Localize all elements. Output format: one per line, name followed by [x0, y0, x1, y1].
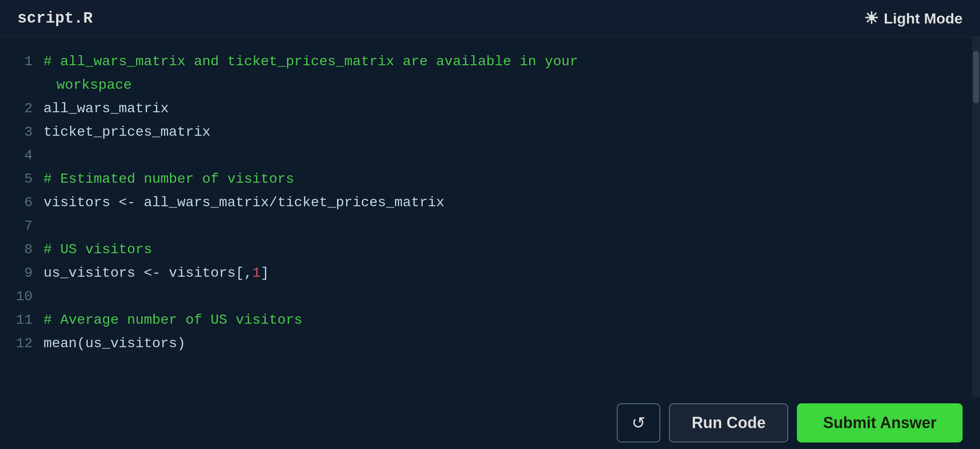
- code-content[interactable]: # all_wars_matrix and ticket_prices_matr…: [43, 37, 980, 397]
- reset-button[interactable]: ↺: [617, 403, 660, 442]
- code-number-9: 1: [252, 261, 261, 285]
- code-line-7: [43, 214, 980, 238]
- code-line-3: ticket_prices_matrix: [43, 121, 980, 144]
- code-line-9: us_visitors <- visitors[,1]: [43, 261, 980, 285]
- line-number-6: 6: [24, 191, 33, 214]
- code-comment-8: # US visitors: [43, 238, 152, 261]
- code-line-6: visitors <- all_wars_matrix/ticket_price…: [43, 191, 980, 214]
- run-code-button[interactable]: Run Code: [669, 403, 788, 442]
- code-text-9b: ]: [261, 261, 269, 285]
- line-number-1: 1: [24, 50, 33, 74]
- code-comment-1: # all_wars_matrix and ticket_prices_matr…: [43, 50, 578, 74]
- line-number-12: 12: [16, 332, 33, 355]
- line-number-11: 11: [16, 308, 33, 332]
- line-number-8: 8: [24, 238, 33, 261]
- code-line-5: # Estimated number of visitors: [43, 168, 980, 191]
- sun-icon: ☀: [864, 9, 879, 28]
- scrollbar[interactable]: [972, 37, 980, 397]
- editor-container: script.R ☀ Light Mode 1 1 2 3 4 5 6 7 8 …: [0, 0, 980, 449]
- bottom-bar: ↺ Run Code Submit Answer: [0, 397, 980, 449]
- line-number-10: 10: [16, 285, 33, 308]
- code-text-6: visitors <- all_wars_matrix/ticket_price…: [43, 191, 445, 214]
- light-mode-label: Light Mode: [884, 10, 963, 27]
- code-line-11: # Average number of US visitors: [43, 308, 980, 332]
- code-line-2: all_wars_matrix: [43, 97, 980, 121]
- code-line-8: # US visitors: [43, 238, 980, 261]
- code-text-3: ticket_prices_matrix: [43, 121, 211, 144]
- line-number-9: 9: [24, 261, 33, 285]
- code-line-12: mean(us_visitors): [43, 332, 980, 355]
- scrollbar-thumb[interactable]: [973, 51, 979, 103]
- code-text-2: all_wars_matrix: [43, 97, 169, 121]
- code-comment-1-cont: workspace: [57, 74, 132, 97]
- run-code-label: Run Code: [692, 414, 766, 432]
- code-line-1: # all_wars_matrix and ticket_prices_matr…: [43, 50, 980, 74]
- line-number-4: 4: [24, 144, 33, 168]
- line-numbers: 1 1 2 3 4 5 6 7 8 9 10 11 12: [0, 37, 43, 397]
- code-line-10: [43, 285, 980, 308]
- code-text-12: mean(us_visitors): [43, 332, 185, 355]
- submit-label: Submit Answer: [823, 414, 937, 432]
- line-number-3: 3: [24, 121, 33, 144]
- code-area: 1 1 2 3 4 5 6 7 8 9 10 11 12 # all_wars_…: [0, 37, 980, 397]
- code-line-4: [43, 144, 980, 168]
- line-number-1-cont: 1: [24, 74, 33, 97]
- code-comment-11: # Average number of US visitors: [43, 308, 302, 332]
- submit-button[interactable]: Submit Answer: [797, 403, 963, 442]
- file-title: script.R: [17, 10, 93, 27]
- reset-icon: ↺: [632, 413, 646, 432]
- header-bar: script.R ☀ Light Mode: [0, 0, 980, 37]
- line-number-7: 7: [24, 214, 33, 238]
- line-number-5: 5: [24, 168, 33, 191]
- code-text-9a: us_visitors <- visitors[,: [43, 261, 252, 285]
- line-number-2: 2: [24, 97, 33, 121]
- light-mode-button[interactable]: ☀ Light Mode: [864, 9, 963, 28]
- code-comment-5: # Estimated number of visitors: [43, 168, 294, 191]
- code-line-1-cont: workspace: [43, 74, 980, 97]
